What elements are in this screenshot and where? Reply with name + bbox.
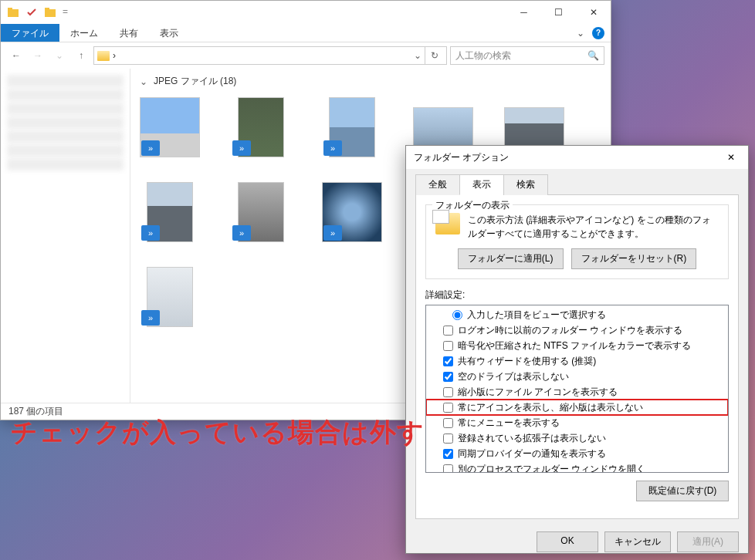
dialog-close-button[interactable]: ✕ <box>713 146 748 169</box>
advanced-setting-item[interactable]: 登録されている拡張子は表示しない <box>426 430 728 446</box>
advanced-setting-item[interactable]: 入力した項目をビューで選択する <box>426 307 728 322</box>
nav-back-button[interactable]: ← <box>7 46 25 65</box>
setting-label: 別のプロセスでフォルダー ウィンドウを開く <box>458 462 645 473</box>
dialog-tabs: 全般 表示 検索 <box>415 174 739 195</box>
setting-label: 同期プロバイダーの通知を表示する <box>458 447 606 460</box>
qat: = <box>1 6 68 19</box>
list-item[interactable]: » <box>140 182 200 242</box>
advanced-setting-item[interactable]: ログオン時に以前のフォルダー ウィンドウを表示する <box>426 322 728 338</box>
tab-search[interactable]: 検索 <box>503 174 548 195</box>
setting-label: 常にアイコンを表示し、縮小版は表示しない <box>458 400 643 414</box>
advanced-setting-item[interactable]: 常にメニューを表示する <box>426 415 728 430</box>
tab-general[interactable]: 全般 <box>415 174 460 195</box>
radio-input[interactable] <box>452 310 462 320</box>
close-button[interactable]: ✕ <box>576 1 611 24</box>
sidebar-item[interactable] <box>7 75 124 87</box>
search-input[interactable]: 人工物の検索 🔍 <box>450 46 604 65</box>
sidebar[interactable] <box>1 69 130 403</box>
window-controls: ─ ☐ ✕ <box>506 1 611 24</box>
ribbon-collapse-icon[interactable]: ⌄ <box>577 28 584 39</box>
folder-view-group: フォルダーの表示 この表示方法 (詳細表示やアイコンなど) をこの種類のフォルダ… <box>425 204 729 279</box>
help-icon[interactable]: ? <box>592 27 604 39</box>
nav-up-button[interactable]: ↑ <box>72 46 90 65</box>
apply-to-folders-button[interactable]: フォルダーに適用(L) <box>458 248 564 269</box>
list-item[interactable]: » <box>231 182 291 242</box>
list-item[interactable]: » <box>322 97 382 157</box>
group-header[interactable]: ⌄ JPEG ファイル (18) <box>140 75 601 88</box>
ribbon-tab-view[interactable]: 表示 <box>149 24 189 42</box>
title-sep: = <box>63 6 68 19</box>
nav-history-button[interactable]: ⌄ <box>50 46 69 65</box>
sidebar-item[interactable] <box>7 116 124 129</box>
group-header-label: JPEG ファイル (18) <box>154 75 236 88</box>
folder-view-icon <box>435 213 460 234</box>
nav-bar: ← → ⌄ ↑ › ⌄ ↻ 人工物の検索 🔍 <box>1 42 611 69</box>
checkbox-input[interactable] <box>443 449 453 459</box>
checkbox-input[interactable] <box>443 387 453 397</box>
advanced-setting-item[interactable]: 共有ウィザードを使用する (推奨) <box>426 353 728 369</box>
dialog-buttons: OK キャンセル 適用(A) <box>406 527 748 560</box>
setting-label: 常にメニューを表示する <box>458 416 560 430</box>
address-dropdown-icon[interactable]: ⌄ <box>414 50 422 61</box>
tab-view[interactable]: 表示 <box>459 174 504 195</box>
checkbox-input[interactable] <box>443 326 453 336</box>
sidebar-item[interactable] <box>7 89 124 101</box>
checkbox-input[interactable] <box>443 372 453 382</box>
checkbox-input[interactable] <box>443 464 453 474</box>
refresh-button[interactable]: ↻ <box>425 47 443 64</box>
ok-button[interactable]: OK <box>537 531 598 552</box>
list-item[interactable]: » <box>140 267 200 327</box>
list-item[interactable]: » <box>140 97 200 157</box>
advanced-setting-item[interactable]: 縮小版にファイル アイコンを表示する <box>426 384 728 400</box>
advanced-setting-item[interactable]: 同期プロバイダーの通知を表示する <box>426 446 728 461</box>
list-item[interactable]: » <box>322 182 382 242</box>
apply-button[interactable]: 適用(A) <box>677 531 739 552</box>
advanced-label: 詳細設定: <box>425 288 729 302</box>
sidebar-item[interactable] <box>7 144 124 157</box>
minimize-button[interactable]: ─ <box>506 1 541 24</box>
dialog-titlebar[interactable]: フォルダー オプション ✕ <box>406 146 748 169</box>
sidebar-item[interactable] <box>7 103 124 115</box>
dialog-body: 全般 表示 検索 フォルダーの表示 この表示方法 (詳細表示やアイコンなど) を… <box>406 169 748 527</box>
checkbox-input[interactable] <box>443 433 453 444</box>
badge-icon: » <box>323 225 342 241</box>
setting-label: 登録されている拡張子は表示しない <box>458 431 606 445</box>
annotation-text: チェックが入っている場合は外す <box>11 415 425 450</box>
folder-view-text: この表示方法 (詳細表示やアイコンなど) をこの種類のフォルダーすべてに適用する… <box>468 213 719 241</box>
search-icon[interactable]: 🔍 <box>587 50 599 61</box>
advanced-settings-list[interactable]: 入力した項目をビューで選択するログオン時に以前のフォルダー ウィンドウを表示する… <box>425 305 729 473</box>
badge-icon: » <box>141 140 160 156</box>
advanced-setting-item[interactable]: 暗号化や圧縮された NTFS ファイルをカラーで表示する <box>426 338 728 353</box>
ribbon-tab-file[interactable]: ファイル <box>1 24 59 42</box>
advanced-setting-item[interactable]: 空のドライブは表示しない <box>426 369 728 384</box>
nav-forward-button[interactable]: → <box>29 46 47 65</box>
address-bar[interactable]: › ⌄ ↻ <box>93 46 447 65</box>
dialog-title: フォルダー オプション <box>414 151 509 164</box>
setting-label: 空のドライブは表示しない <box>458 369 569 383</box>
sidebar-item[interactable] <box>7 158 124 170</box>
breadcrumb[interactable]: › <box>113 50 116 61</box>
ribbon-tab-home[interactable]: ホーム <box>59 24 109 42</box>
list-item[interactable]: » <box>231 97 291 157</box>
checkbox-input[interactable] <box>443 418 453 428</box>
ribbon-tab-share[interactable]: 共有 <box>109 24 149 42</box>
svg-rect-2 <box>45 9 56 17</box>
sidebar-item[interactable] <box>7 130 124 143</box>
checkbox-input[interactable] <box>443 356 453 366</box>
badge-icon: » <box>141 310 160 326</box>
reset-folders-button[interactable]: フォルダーをリセット(R) <box>571 248 697 269</box>
dialog-tab-pane: フォルダーの表示 この表示方法 (詳細表示やアイコンなど) をこの種類のフォルダ… <box>415 195 739 519</box>
checkbox-input[interactable] <box>443 403 453 413</box>
cancel-button[interactable]: キャンセル <box>604 531 671 552</box>
maximize-button[interactable]: ☐ <box>541 1 576 24</box>
badge-icon: » <box>141 225 160 241</box>
titlebar[interactable]: = ─ ☐ ✕ <box>1 1 611 24</box>
svg-rect-0 <box>8 9 19 17</box>
badge-icon: » <box>232 140 251 156</box>
reset-defaults-button[interactable]: 既定値に戻す(D) <box>636 481 729 501</box>
checkbox-input[interactable] <box>443 341 453 351</box>
folder-options-dialog: フォルダー オプション ✕ 全般 表示 検索 フォルダーの表示 この表示方法 (… <box>405 145 749 554</box>
advanced-setting-item[interactable]: 別のプロセスでフォルダー ウィンドウを開く <box>426 461 728 473</box>
advanced-setting-item[interactable]: 常にアイコンを表示し、縮小版は表示しない <box>426 400 728 415</box>
chevron-down-icon[interactable]: ⌄ <box>140 76 147 87</box>
